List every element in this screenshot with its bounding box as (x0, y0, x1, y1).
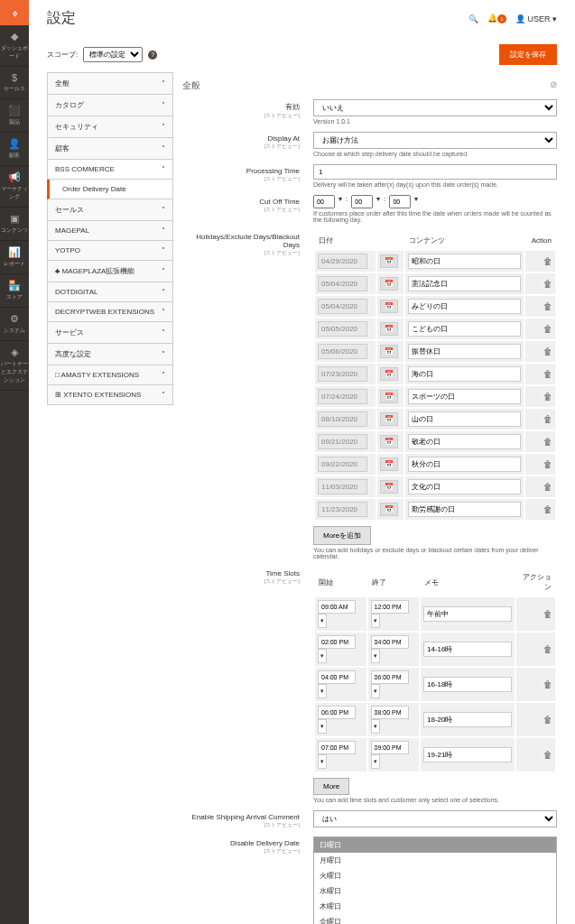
holiday-content-input[interactable] (408, 321, 521, 337)
slot-start-input[interactable] (318, 600, 356, 614)
slot-end-input[interactable] (371, 600, 409, 614)
day-option[interactable]: 水曜日 (314, 883, 556, 899)
day-option[interactable]: 月曜日 (314, 853, 556, 868)
section-general[interactable]: 全般⊘ (182, 72, 557, 99)
dropdown-icon[interactable]: ▾ (371, 614, 380, 628)
day-option[interactable]: 金曜日 (314, 914, 556, 924)
dropdown-icon[interactable]: ▾ (371, 649, 380, 663)
delete-icon[interactable]: 🗑 (543, 392, 552, 402)
holiday-date-input[interactable] (318, 389, 367, 404)
calendar-icon[interactable]: 📅 (380, 480, 398, 494)
holiday-content-input[interactable] (408, 366, 521, 382)
search-icon[interactable]: 🔍 (468, 14, 478, 23)
sidebar-item[interactable]: 📢マーケティング (0, 166, 29, 208)
delete-icon[interactable]: 🗑 (543, 279, 552, 289)
holiday-content-input[interactable] (408, 502, 521, 517)
slot-note-input[interactable] (423, 712, 512, 727)
holiday-date-input[interactable] (318, 366, 367, 382)
cutoff-hour[interactable] (313, 195, 335, 208)
slot-start-input[interactable] (318, 741, 356, 754)
slot-note-input[interactable] (423, 606, 512, 622)
holiday-date-input[interactable] (318, 321, 367, 337)
slot-note-input[interactable] (423, 642, 512, 657)
nav-section[interactable]: YOTPO˅ (47, 241, 173, 261)
delete-icon[interactable]: 🗑 (543, 256, 552, 266)
dropdown-icon[interactable]: ▾ (318, 719, 327, 734)
cutoff-sec[interactable] (389, 195, 411, 208)
holiday-date-input[interactable] (318, 434, 367, 449)
calendar-icon[interactable]: 📅 (380, 457, 398, 471)
slot-end-input[interactable] (371, 706, 409, 719)
calendar-icon[interactable]: 📅 (380, 277, 398, 291)
holiday-content-input[interactable] (408, 457, 521, 472)
dropdown-icon[interactable]: ▾ (318, 684, 327, 698)
day-option[interactable]: 木曜日 (314, 899, 556, 914)
calendar-icon[interactable]: 📅 (380, 412, 398, 426)
holiday-content-input[interactable] (408, 276, 521, 291)
save-config-button[interactable]: 設定を保存 (499, 44, 557, 65)
calendar-icon[interactable]: 📅 (380, 322, 398, 336)
slot-end-input[interactable] (371, 670, 409, 684)
day-option[interactable]: 火曜日 (314, 868, 556, 883)
slot-start-input[interactable] (318, 706, 356, 719)
nav-section[interactable]: □ AMASTY EXTENSIONS˅ (47, 365, 173, 385)
delete-icon[interactable]: 🗑 (543, 324, 552, 334)
nav-section[interactable]: セールス˅ (47, 199, 173, 221)
delete-icon[interactable]: 🗑 (543, 679, 552, 689)
holiday-date-input[interactable] (318, 276, 367, 291)
sidebar-item[interactable]: ◈パートナーとエクステンション (0, 341, 29, 391)
dropdown-icon[interactable]: ▾ (371, 719, 380, 734)
sidebar-item[interactable]: ▣コンテンツ (0, 208, 29, 241)
calendar-icon[interactable]: 📅 (380, 503, 398, 516)
sidebar-item[interactable]: 📊レポート (0, 241, 29, 274)
nav-section[interactable]: DOTDIGITAL˅ (47, 282, 173, 302)
holiday-date-input[interactable] (318, 502, 367, 517)
slot-end-input[interactable] (371, 741, 409, 754)
slot-start-input[interactable] (318, 635, 356, 649)
nav-section[interactable]: サービス˅ (47, 322, 173, 344)
calendar-icon[interactable]: 📅 (380, 435, 398, 448)
nav-section[interactable]: ⊞ XTENTO EXTENSIONS˅ (47, 385, 173, 405)
slot-start-input[interactable] (318, 670, 356, 684)
sidebar-item[interactable]: ◆ダッシュボード (0, 25, 29, 67)
holiday-content-input[interactable] (408, 411, 521, 427)
slot-end-input[interactable] (371, 635, 409, 649)
delete-icon[interactable]: 🗑 (543, 369, 552, 379)
scope-help-icon[interactable]: ? (148, 51, 157, 60)
delete-icon[interactable]: 🗑 (543, 644, 552, 654)
timeslots-more-button[interactable]: More (313, 778, 349, 795)
user-menu[interactable]: 👤 USER ▾ (515, 14, 557, 23)
nav-section[interactable]: 全般˅ (47, 72, 173, 95)
sidebar-item[interactable]: ⬛製品 (0, 99, 29, 133)
nav-sub-item[interactable]: Order Delivery Date (47, 180, 173, 199)
delete-icon[interactable]: 🗑 (543, 504, 552, 514)
holidays-more-button[interactable]: Moreを追加 (313, 526, 371, 545)
holiday-date-input[interactable] (318, 299, 367, 314)
holiday-date-input[interactable] (318, 254, 367, 269)
nav-section[interactable]: BSS COMMERCE˄ (47, 160, 173, 180)
delete-icon[interactable]: 🗑 (543, 715, 552, 725)
holiday-date-input[interactable] (318, 411, 367, 427)
dropdown-icon[interactable]: ▾ (371, 684, 380, 698)
nav-section[interactable]: 顧客˅ (47, 138, 173, 160)
holiday-content-input[interactable] (408, 299, 521, 314)
sidebar-item[interactable]: ⚙システム (0, 308, 29, 341)
nav-section[interactable]: DECRYPTWEB EXTENSIONS˅ (47, 302, 173, 322)
holiday-date-input[interactable] (318, 344, 367, 359)
nav-section[interactable]: ♣ MAGEPLAZA拡張機能˅ (47, 261, 173, 282)
display-at-select[interactable]: お届け方法 (313, 132, 557, 149)
holiday-date-input[interactable] (318, 457, 367, 472)
cutoff-min[interactable] (351, 195, 373, 208)
sidebar-item[interactable]: 👤顧客 (0, 133, 29, 166)
holiday-content-input[interactable] (408, 254, 521, 269)
magento-logo[interactable]: ⬨ (0, 0, 29, 25)
enabled-select[interactable]: いいえ (313, 99, 557, 116)
processing-time-input[interactable] (313, 164, 557, 180)
calendar-icon[interactable]: 📅 (380, 367, 398, 381)
sidebar-item[interactable]: 🏪ストア (0, 274, 29, 308)
delete-icon[interactable]: 🗑 (543, 482, 552, 492)
day-option[interactable]: 日曜日 (314, 837, 556, 853)
disable-days-list[interactable]: 日曜日月曜日火曜日水曜日木曜日金曜日土曜日 (313, 836, 557, 924)
sidebar-item[interactable]: $セールス (0, 67, 29, 99)
nav-section[interactable]: 高度な設定˅ (47, 344, 173, 365)
